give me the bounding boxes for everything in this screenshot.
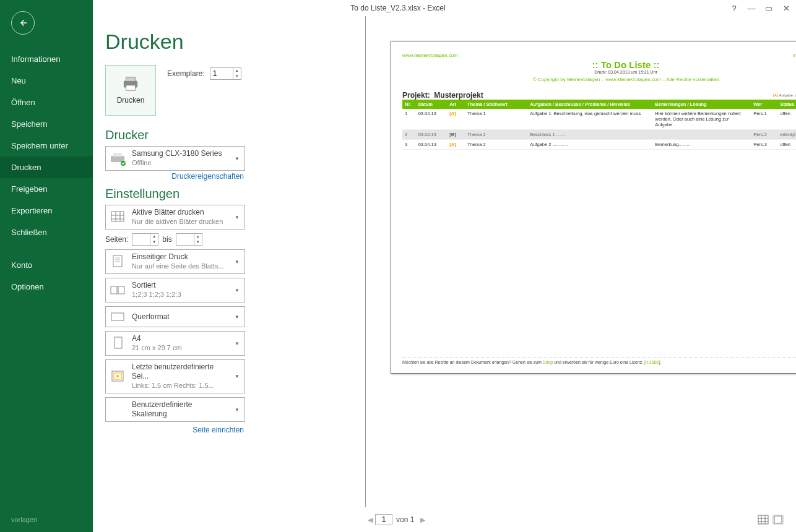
doc-title: :: To Do Liste :: [402, 59, 796, 70]
margins-icon [110, 369, 127, 384]
svg-rect-2 [126, 85, 136, 90]
chevron-down-icon[interactable]: ▼ [233, 288, 241, 293]
setting-sub: Nur auf eine Seite des Blatts... [132, 262, 228, 271]
nav-item-speichern[interactable]: Speichern [0, 113, 93, 135]
doc-bottom-text: Möchten sie alle Rechte an diesem Dokume… [402, 360, 661, 364]
prev-page-icon[interactable]: ◀ [365, 516, 375, 524]
pages-to-label: bis [162, 235, 171, 244]
setting-5[interactable]: Letzte benutzerdefinierte Sei...Links: 1… [105, 359, 245, 393]
svg-point-3 [135, 82, 136, 83]
page-number-input[interactable] [375, 514, 392, 525]
sheet-icon [110, 210, 127, 225]
nav-item-freigeben[interactable]: Freigeben [0, 178, 93, 200]
orientation-icon [110, 309, 127, 324]
printer-device-icon [110, 151, 127, 166]
setting-title: A4 [132, 334, 141, 343]
next-page-icon[interactable]: ▶ [418, 516, 428, 524]
sidebar-footer: vorlagen [11, 516, 37, 523]
svg-rect-5 [113, 153, 122, 157]
setting-title: Aktive Blätter drucken [132, 208, 204, 217]
setting-title: Benutzerdefinierte Skalierung [132, 400, 192, 418]
page-icon [110, 254, 127, 269]
printer-status: Offline [132, 158, 228, 168]
svg-rect-19 [115, 337, 122, 348]
setting-4[interactable]: A421 cm x 29.7 cm▼ [105, 331, 245, 356]
table-row: 303.04.13[A]Thema 2Aufgabe 2 ...........… [402, 140, 796, 150]
setting-0[interactable]: Aktive Blätter druckenNur die aktiven Bl… [105, 205, 245, 230]
printer-selector[interactable]: Samsung CLX-3180 Series Offline ▼ [105, 146, 245, 171]
nav-item-speichern-unter[interactable]: Speichern unter [0, 135, 93, 157]
minimize-icon[interactable]: — [746, 4, 756, 13]
setting-6[interactable]: Benutzerdefinierte Skalierung▼ [105, 397, 245, 422]
copies-field[interactable] [210, 69, 233, 78]
chevron-down-icon[interactable]: ▼ [233, 259, 241, 265]
svg-point-6 [121, 161, 126, 166]
setting-1[interactable]: Einseitiger DruckNur auf eine Seite des … [105, 249, 245, 274]
spin-up-icon[interactable]: ▲ [233, 68, 241, 74]
nav-item-konto[interactable]: Konto [0, 254, 93, 276]
title-bar: To do Liste_V2.3.xlsx - Excel ? — ▭ ✕ [0, 0, 796, 16]
svg-rect-17 [118, 286, 124, 294]
setting-sub: Nur die aktiven Bläter drucken [132, 217, 228, 226]
doc-printed: Druck: 03.04.2013 um 15:21 Uhr [402, 70, 796, 74]
setting-title: Querformat [132, 312, 170, 321]
chevron-down-icon[interactable]: ▼ [233, 314, 241, 320]
pages-from[interactable]: ▲▼ [132, 233, 158, 246]
collate-icon [110, 283, 127, 298]
svg-rect-12 [113, 255, 122, 267]
nav-item-exportieren[interactable]: Exportieren [0, 200, 93, 221]
doc-copyright: © Copyright by MeineVorlagen – www.Meine… [402, 77, 796, 82]
show-margins-icon[interactable] [758, 515, 769, 525]
copies-input[interactable]: ▲▼ [210, 67, 241, 80]
restore-icon[interactable]: ▭ [764, 4, 774, 13]
pages-to[interactable]: ▲▼ [176, 233, 202, 246]
help-icon[interactable]: ? [729, 4, 739, 13]
print-button[interactable]: Drucken [105, 65, 156, 116]
paper-icon [110, 336, 127, 351]
spin-down-icon[interactable]: ▼ [233, 74, 241, 79]
chevron-down-icon[interactable]: ▼ [233, 407, 241, 413]
table-row: 103.04.13[A]Thema 1Aufgabe 1: Beschreibu… [402, 109, 796, 130]
main-panel: Drucken Drucken Exemplare: ▲▼ Dr [93, 16, 796, 532]
col-header: Nr. [402, 100, 416, 109]
col-header: Thema / Stichwort [465, 100, 527, 109]
backstage-sidebar: InformationenNeuÖffnenSpeichernSpeichern… [0, 0, 93, 532]
nav-item-optionen[interactable]: Optionen [0, 276, 93, 298]
setting-sub: 1;2;3 1;2;3 1;2;3 [132, 290, 228, 299]
nav-item-schließen[interactable]: Schließen [0, 221, 93, 243]
preview-page: www.meineVorlagen.com info@meinevorlagen… [391, 41, 796, 374]
setting-2[interactable]: Sortiert1;2;3 1;2;3 1;2;3▼ [105, 278, 245, 302]
project-label: Projekt: [402, 91, 430, 100]
window-title: To do Liste_V2.3.xlsx - Excel [350, 4, 445, 12]
nav-item-öffnen[interactable]: Öffnen [0, 92, 93, 113]
table-row: 203.04.13[B]Thema 2Beschluss 1 ........P… [402, 130, 796, 140]
page-setup-link[interactable]: Seite einrichten [105, 426, 245, 434]
chevron-down-icon[interactable]: ▼ [233, 156, 241, 161]
arrow-left-icon [17, 17, 28, 28]
print-button-label: Drucken [117, 96, 145, 105]
project-name: Musterprojekt [434, 91, 483, 100]
col-header: Wer [751, 100, 777, 109]
printer-properties-link[interactable]: Druckereigenschaften [105, 172, 245, 181]
nav-item-neu[interactable]: Neu [0, 70, 93, 92]
setting-3[interactable]: Querformat▼ [105, 306, 245, 327]
nav-item-informationen[interactable]: Informationen [0, 48, 93, 70]
close-icon[interactable]: ✕ [781, 4, 791, 13]
svg-rect-7 [111, 212, 124, 221]
printer-icon [121, 76, 140, 92]
svg-rect-1 [126, 77, 136, 82]
zoom-to-page-icon[interactable] [772, 515, 784, 525]
setting-title: Letzte benutzerdefinierte Sei... [132, 363, 214, 380]
chevron-down-icon[interactable]: ▼ [233, 341, 241, 346]
setting-sub: Links: 1.5 cm Rechts: 1.5... [132, 381, 228, 390]
nav-item-drucken[interactable]: Drucken [0, 157, 93, 178]
preview-navigation: ◀ von 1 ▶ [365, 511, 784, 528]
chevron-down-icon[interactable]: ▼ [233, 215, 241, 220]
print-preview: www.meineVorlagen.com info@meinevorlagen… [365, 16, 784, 507]
back-button[interactable] [11, 11, 35, 35]
col-header: Aufgaben / Beschlüsse / Probleme / Hinwe… [527, 100, 652, 109]
chevron-down-icon[interactable]: ▼ [233, 374, 241, 379]
doc-link-right: info@meinevorlagen.com [793, 53, 796, 58]
setting-sub: 21 cm x 29.7 cm [132, 343, 228, 353]
svg-rect-16 [111, 286, 117, 294]
